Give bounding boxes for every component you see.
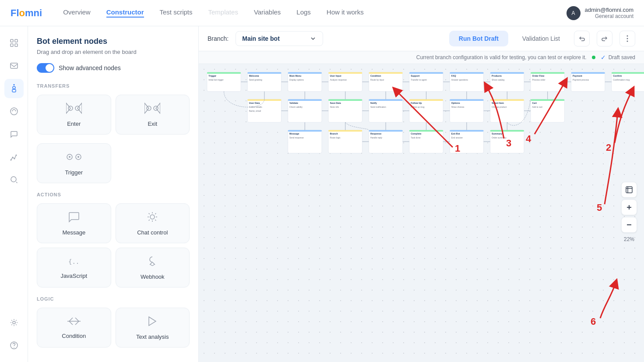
svg-text:Add to cart: Add to cart xyxy=(532,106,543,108)
svg-rect-58 xyxy=(450,72,483,92)
status-bar: Current branch configuration is valid fo… xyxy=(199,51,644,64)
svg-text:Store info: Store info xyxy=(330,106,339,108)
svg-rect-128 xyxy=(409,130,443,132)
svg-text:Message: Message xyxy=(289,132,299,135)
node-trigger[interactable]: Trigger xyxy=(37,143,111,183)
svg-rect-107 xyxy=(490,99,524,122)
nav-test-scripts[interactable]: Test scripts xyxy=(160,8,193,18)
sidebar-item-mail[interactable] xyxy=(4,56,24,75)
svg-text:Send response: Send response xyxy=(289,137,304,139)
validation-list-button[interactable]: Validation List xyxy=(515,31,567,46)
svg-text:Process order: Process order xyxy=(532,79,545,81)
sidebar-item-bots[interactable] xyxy=(4,79,24,98)
sidebar-item-chat[interactable] xyxy=(4,124,24,144)
svg-point-31 xyxy=(627,35,628,37)
svg-text:Show choices: Show choices xyxy=(451,106,465,108)
svg-rect-120 xyxy=(328,130,362,132)
status-message: Current branch configuration is valid fo… xyxy=(416,54,587,60)
zoom-level: 22% xyxy=(621,234,637,244)
advanced-nodes-toggle[interactable] xyxy=(37,63,54,73)
sidebar-item-dashboard[interactable] xyxy=(4,33,24,53)
node-message[interactable]: Message xyxy=(37,203,111,243)
canvas[interactable]: Trigger Initial bot trigger Welcome Send… xyxy=(199,64,644,362)
run-bot-draft-button[interactable]: Run Bot Draft xyxy=(449,31,508,46)
node-javascript[interactable]: {...} JavaScript xyxy=(37,248,111,287)
svg-point-28 xyxy=(150,215,155,219)
redo-button[interactable] xyxy=(597,31,612,46)
draft-saved: ✓ Draft saved xyxy=(601,54,635,61)
svg-text:Payment process: Payment process xyxy=(573,79,589,81)
message-label: Message xyxy=(62,229,85,236)
svg-rect-145 xyxy=(626,187,632,193)
exit-icon xyxy=(144,102,160,117)
more-options-button[interactable] xyxy=(619,31,635,46)
fit-screen-button[interactable] xyxy=(621,182,637,198)
nav-how-it-works[interactable]: How it works xyxy=(327,8,364,18)
svg-rect-104 xyxy=(450,99,483,101)
user-menu[interactable]: A admin@flomni.com General account xyxy=(567,6,633,20)
enter-label: Enter xyxy=(67,121,81,127)
chat-control-icon xyxy=(146,211,158,226)
svg-rect-55 xyxy=(409,72,443,74)
annotation-arrow-5: 5 xyxy=(583,90,626,213)
undo-button[interactable] xyxy=(574,31,590,46)
svg-text:{...}: {...} xyxy=(68,258,81,265)
svg-rect-34 xyxy=(207,72,241,92)
node-exit[interactable]: Exit xyxy=(116,95,190,135)
sidebar-item-settings[interactable] xyxy=(4,313,24,332)
svg-text:Handle reply: Handle reply xyxy=(370,137,383,139)
svg-rect-91 xyxy=(328,99,362,122)
svg-text:Validate: Validate xyxy=(289,102,298,104)
node-webhook[interactable]: Webhook xyxy=(116,248,190,287)
nav-links: Overview Constructor Test scripts Templa… xyxy=(63,8,566,18)
svg-point-12 xyxy=(11,177,16,182)
javascript-label: JavaScript xyxy=(60,273,87,279)
nav-constructor[interactable]: Constructor xyxy=(106,8,144,18)
node-enter[interactable]: Enter xyxy=(37,95,111,135)
svg-text:Payment: Payment xyxy=(573,75,582,77)
svg-text:End session: End session xyxy=(451,137,463,139)
svg-rect-50 xyxy=(369,72,402,92)
svg-rect-6 xyxy=(12,89,16,92)
svg-text:Confirmation msg: Confirmation msg xyxy=(613,79,630,81)
nav-overview[interactable]: Overview xyxy=(63,8,91,18)
trigger-grid: Trigger xyxy=(37,143,190,183)
sidebar-item-analytics[interactable] xyxy=(4,147,24,167)
node-condition[interactable]: Condition xyxy=(37,308,111,348)
svg-point-15 xyxy=(14,347,14,348)
svg-text:Products: Products xyxy=(492,75,502,77)
branch-select[interactable]: Main site bot xyxy=(236,31,323,46)
sidebar-item-help[interactable] xyxy=(4,336,24,355)
svg-rect-115 xyxy=(288,130,322,153)
svg-point-32 xyxy=(627,38,628,39)
svg-point-25 xyxy=(69,156,70,158)
zoom-out-button[interactable] xyxy=(621,217,637,233)
svg-text:Follow Up: Follow Up xyxy=(411,102,422,104)
svg-rect-38 xyxy=(247,72,281,92)
svg-rect-96 xyxy=(369,99,402,101)
svg-point-11 xyxy=(15,155,17,156)
nav-variables[interactable]: Variables xyxy=(254,8,281,18)
svg-text:Save Data: Save Data xyxy=(330,102,341,104)
svg-text:Main Menu: Main Menu xyxy=(289,75,301,77)
svg-text:Condition: Condition xyxy=(370,75,381,77)
sidebar-item-ai[interactable] xyxy=(4,102,24,121)
svg-rect-92 xyxy=(328,99,362,101)
zoom-in-button[interactable] xyxy=(621,199,637,215)
svg-rect-136 xyxy=(490,130,524,132)
svg-text:5: 5 xyxy=(597,202,602,213)
draft-saved-label: Draft saved xyxy=(609,54,635,60)
trigger-label: Trigger xyxy=(65,169,83,176)
flow-connections: Trigger Initial bot trigger Welcome Send… xyxy=(199,64,644,362)
svg-text:2: 2 xyxy=(606,142,611,152)
sidebar-item-search[interactable] xyxy=(4,170,24,189)
logo[interactable]: Flomni xyxy=(11,7,42,19)
annotation-arrow-3: 3 xyxy=(469,77,521,147)
node-text-analysis[interactable]: Text analysis xyxy=(116,308,190,348)
nav-logs[interactable]: Logs xyxy=(296,8,311,18)
svg-rect-2 xyxy=(11,44,13,46)
icon-sidebar xyxy=(0,26,28,362)
svg-rect-108 xyxy=(490,99,524,101)
node-chat-control[interactable]: Chat control xyxy=(116,203,190,243)
svg-text:Route by input: Route by input xyxy=(370,79,384,81)
